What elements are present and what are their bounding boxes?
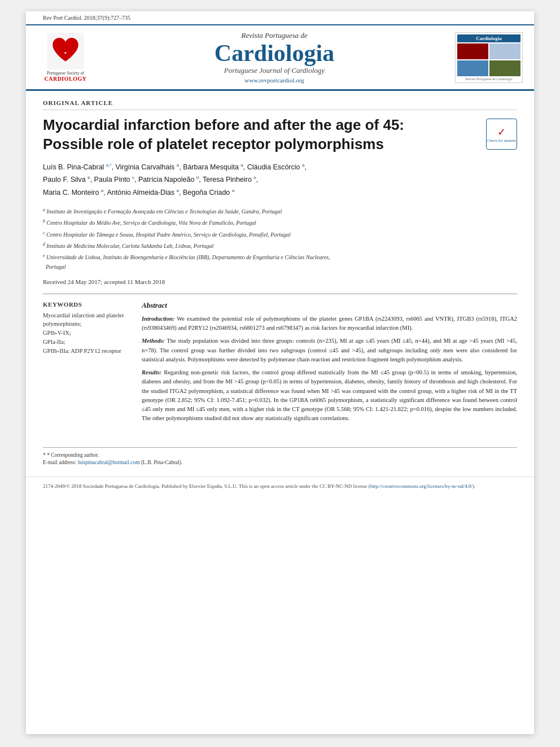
- left-logo: ♥ Portuguese Society of CARDIOLOGY: [37, 33, 94, 82]
- keywords-label: KEYWORDS: [43, 301, 130, 308]
- author-sup-d: d: [196, 175, 199, 180]
- affiliation-a-text: Instituto de Investigação e Formação Ava…: [47, 208, 282, 215]
- abstract-results-label: Results:: [142, 369, 161, 375]
- article-title-line1: Myocardial infarction before and after t…: [43, 116, 404, 133]
- affiliation-e-text: Universidade de Lisboa, Instituto de Bio…: [43, 255, 330, 270]
- cardiologia-title: Cardiologia: [99, 41, 449, 65]
- affiliation-e: e Universidade de Lisboa, Instituto de B…: [43, 252, 517, 271]
- journal-ref-text: Rev Port Cardiol. 2018;37(9):727–735: [43, 15, 130, 21]
- section-label: ORIGINAL ARTICLE: [43, 99, 517, 110]
- authors-section: Luís B. Pina-Cabral a,*, Virgínia Carval…: [43, 161, 517, 199]
- author-sup-a3: a: [240, 162, 243, 167]
- right-img-1: [457, 43, 488, 59]
- logo-cardiology-text: CARDIOLOGY: [44, 76, 86, 82]
- abstract-heading: Abstract: [142, 301, 517, 310]
- affiliation-a: a Instituto de Investigação e Formação A…: [43, 207, 517, 216]
- right-logo: Cardiologia Revista Portuguesa de Cardio…: [455, 32, 523, 83]
- svg-text:♥: ♥: [64, 51, 67, 55]
- abstract-column: Abstract Introduction: We examined the p…: [142, 301, 517, 427]
- corresponding-section: * * Corresponding author. E-mail address…: [26, 452, 534, 465]
- email-label: E-mail address:: [43, 460, 76, 465]
- email-line: E-mail address: luispinacabral@hotmail.c…: [43, 460, 517, 465]
- logo-portuguese-text: Portuguese Society of: [47, 71, 84, 76]
- right-img-2: [489, 43, 520, 59]
- divider-1: [43, 294, 517, 294]
- keywords-text: Myocardial infarction and platelet polym…: [43, 311, 130, 356]
- author-sup-a4: a: [302, 162, 304, 167]
- content: ORIGINAL ARTICLE Myocardial infarction b…: [26, 91, 534, 436]
- email-address[interactable]: luispinacabral@hotmail.com: [78, 460, 140, 465]
- check-for-updates-badge: ✓ Check for updates: [486, 119, 517, 150]
- aff-sup-b: b: [43, 219, 45, 224]
- check-icon: ✓: [497, 126, 506, 138]
- received-dates: Received 24 May 2017; accepted 11 March …: [43, 278, 517, 285]
- affiliation-d-text: Instituto de Medicina Molecular, Carlota…: [47, 243, 214, 249]
- abstract-methods-label: Methods:: [142, 338, 165, 344]
- abstract-results-text: Regarding non-genetic risk factors, the …: [142, 369, 517, 421]
- author-sup-c: c: [132, 175, 134, 180]
- copyright-text: 2174-2049/© 2018 Sociedade Portuguesa de…: [43, 483, 370, 489]
- article-title-line2: Possible role of platelet receptor polym…: [43, 136, 384, 152]
- header-center: Revista Portuguesa de Cardiologia Portug…: [99, 31, 449, 84]
- title-row: Myocardial infarction before and after t…: [43, 116, 517, 154]
- affiliations-section: a Instituto de Investigação e Formação A…: [43, 207, 517, 272]
- corresponding-text: * Corresponding author.: [47, 452, 99, 458]
- article-title: Myocardial infarction before and after t…: [43, 116, 478, 154]
- footer-divider: [43, 447, 517, 448]
- affiliation-b-text: Centro Hospitalar do Médio Ave, Serviço …: [47, 220, 256, 226]
- cc-link[interactable]: http://creativecommons.org/licenses/by-n…: [370, 483, 473, 489]
- abstract-results: Results: Regarding non-genetic risk fact…: [142, 368, 517, 423]
- right-logo-images: [457, 43, 520, 76]
- aff-sup-c: c: [43, 230, 45, 235]
- header: ♥ Portuguese Society of CARDIOLOGY Revis…: [26, 24, 534, 91]
- author-sup-a6: a: [177, 187, 179, 193]
- affiliation-c: c Centro Hospitalar do Tâmega e Sousa, H…: [43, 230, 517, 239]
- author-sup-a2: a: [177, 162, 179, 167]
- aff-sup-a: a: [43, 207, 45, 212]
- author-sup-e: e: [253, 175, 256, 180]
- website-link[interactable]: www.revportcardiol.org: [99, 77, 449, 84]
- abstract-methods-text: The study population was divided into th…: [142, 338, 517, 362]
- author-sup-a5: a: [101, 187, 103, 193]
- abstract-methods: Methods: The study population was divide…: [142, 337, 517, 364]
- abstract-intro-label: Introduction:: [142, 316, 174, 322]
- abstract-intro-text: We examined the potential role of polymo…: [142, 316, 517, 331]
- journal-ref-bar: Rev Port Cardiol. 2018;37(9):727–735: [26, 11, 534, 24]
- check-badge-label: Check for updates: [487, 138, 516, 143]
- page: Rev Port Cardiol. 2018;37(9):727–735 ♥ P…: [26, 11, 534, 734]
- email-suffix: (L.B. Pina-Cabral).: [141, 460, 182, 465]
- aff-sup-d: d: [43, 242, 45, 247]
- right-logo-caption: Revista Portuguesa de Cardiologia: [457, 77, 520, 81]
- affiliation-b: b Centro Hospitalar do Médio Ave, Serviç…: [43, 218, 517, 228]
- aff-sup-e: e: [43, 253, 45, 258]
- two-col-section: KEYWORDS Myocardial infarction and plate…: [43, 301, 517, 427]
- right-img-4: [489, 60, 520, 76]
- right-logo-box: Cardiologia Revista Portuguesa de Cardio…: [455, 32, 523, 83]
- author-sup-b: b: [88, 175, 90, 180]
- affiliation-c-text: Centro Hospitalar do Tâmega e Sousa, Hos…: [46, 231, 291, 238]
- author-sup-a7: a: [232, 187, 234, 193]
- affiliation-d: d Instituto de Medicina Molecular, Carlo…: [43, 241, 517, 251]
- author-sup-a1: a,*: [106, 162, 112, 167]
- portuguese-journal-text: Portuguese Journal of Cardiology: [99, 66, 449, 75]
- keywords-column: KEYWORDS Myocardial infarction and plate…: [43, 301, 130, 427]
- copyright-bar: 2174-2049/© 2018 Sociedade Portuguesa de…: [26, 477, 534, 496]
- abstract-intro: Introduction: We examined the potential …: [142, 314, 517, 333]
- copyright-close: ).: [473, 483, 475, 489]
- right-logo-top-text: Cardiologia: [457, 34, 520, 42]
- right-img-3: [457, 60, 488, 76]
- heart-logo-icon: ♥: [46, 33, 85, 69]
- revista-small-text: Revista Portuguesa de: [99, 31, 449, 40]
- corresponding-note: * * Corresponding author.: [43, 452, 517, 458]
